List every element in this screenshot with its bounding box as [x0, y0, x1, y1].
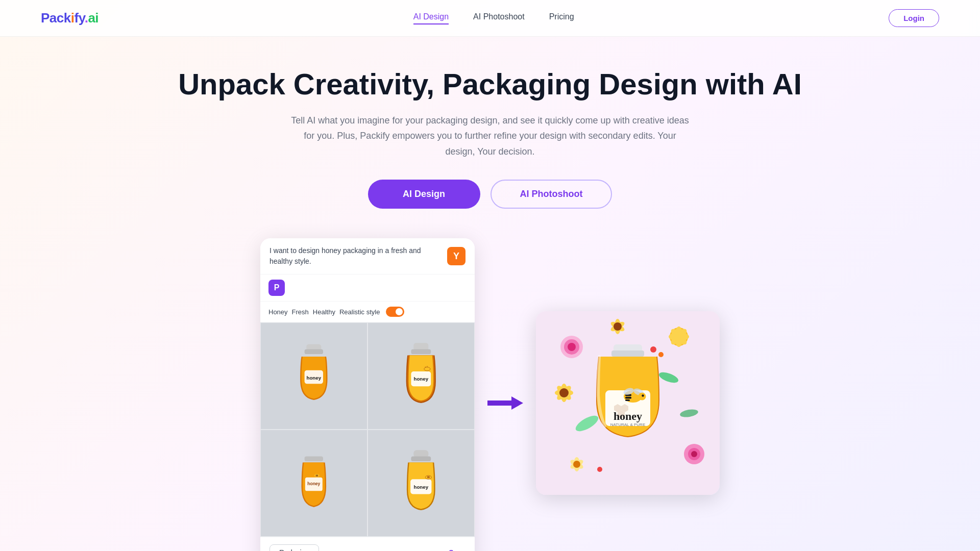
svg-text:honey: honey — [307, 375, 322, 381]
tag-honey[interactable]: Honey — [268, 308, 288, 316]
panel-header: P — [260, 274, 475, 302]
ai-photoshoot-button[interactable]: AI Photoshoot — [491, 180, 612, 209]
svg-rect-23 — [427, 477, 430, 477]
svg-text:honey: honey — [414, 376, 429, 382]
nav-pricing[interactable]: Pricing — [549, 12, 574, 24]
logo-fy: fy — [74, 10, 84, 26]
svg-point-57 — [597, 467, 602, 472]
svg-rect-16 — [316, 474, 318, 475]
svg-point-51 — [614, 322, 622, 331]
tag-toggle[interactable] — [386, 307, 404, 317]
svg-point-56 — [658, 352, 664, 357]
panel-bottom: Redesign Save — [260, 537, 475, 551]
nav-ai-design[interactable]: AI Design — [413, 12, 449, 24]
toggle-row: AI Design AI Photoshoot — [41, 180, 939, 209]
hero-title: Unpack Creativity, Packaging Design with… — [41, 67, 939, 102]
svg-rect-19 — [411, 456, 431, 461]
svg-point-55 — [650, 346, 656, 353]
svg-rect-59 — [611, 350, 644, 357]
svg-rect-1 — [305, 349, 323, 354]
prompt-avatar: Y — [447, 247, 465, 265]
svg-text:NATURAL & PURE: NATURAL & PURE — [610, 422, 645, 427]
svg-marker-25 — [487, 396, 523, 410]
grid-cell-3[interactable]: honey — [260, 430, 368, 537]
redesign-button[interactable]: Redesign — [270, 544, 319, 551]
flower-background: honey NATURAL & PURE — [536, 311, 720, 495]
tag-fresh[interactable]: Fresh — [292, 308, 309, 316]
tags-row: Honey Fresh Healthy Realistic style — [260, 302, 475, 322]
nav-links: AI Design AI Photoshoot Pricing — [413, 12, 574, 24]
logo: Packify.ai — [41, 10, 99, 26]
logo-ai: ai — [88, 10, 99, 26]
demo-area: I want to design honey packaging in a fr… — [0, 238, 980, 551]
hero-subtitle: Tell AI what you imagine for your packag… — [291, 113, 689, 160]
grid-cell-2[interactable]: honey — [368, 322, 475, 430]
right-image: honey NATURAL & PURE — [536, 311, 720, 495]
svg-point-43 — [691, 451, 697, 457]
login-button[interactable]: Login — [889, 9, 939, 27]
ai-design-button[interactable]: AI Design — [368, 180, 480, 209]
svg-rect-12 — [305, 456, 323, 461]
svg-point-8 — [424, 367, 430, 370]
arrow-icon — [485, 390, 526, 416]
logo-pack: Pack — [41, 10, 71, 26]
product-image: honey NATURAL & PURE — [536, 311, 720, 495]
svg-point-40 — [568, 343, 576, 351]
svg-point-37 — [559, 388, 569, 397]
arrow-area — [475, 390, 536, 416]
navbar: Packify.ai AI Design AI Photoshoot Prici… — [0, 0, 980, 37]
svg-text:honey: honey — [308, 481, 321, 486]
svg-rect-24 — [427, 477, 430, 478]
prompt-bar: I want to design honey packaging in a fr… — [260, 238, 475, 274]
panel-logo-icon: P — [268, 280, 285, 296]
svg-rect-64 — [625, 399, 630, 401]
save-button[interactable]: Save — [449, 548, 465, 551]
grid-cell-4[interactable]: honey — [368, 430, 475, 537]
svg-text:honey: honey — [614, 410, 642, 422]
tag-realistic[interactable]: Realistic style — [339, 308, 380, 316]
svg-point-68 — [642, 395, 644, 397]
svg-rect-5 — [411, 349, 431, 354]
hero-section: Unpack Creativity, Packaging Design with… — [0, 37, 980, 238]
svg-rect-63 — [625, 397, 631, 399]
svg-text:honey: honey — [414, 484, 429, 489]
tag-healthy[interactable]: Healthy — [313, 308, 335, 316]
svg-point-47 — [573, 461, 580, 468]
svg-rect-17 — [316, 475, 318, 476]
grid-cell-1[interactable]: honey — [260, 322, 368, 430]
nav-ai-photoshoot[interactable]: AI Photoshoot — [473, 12, 525, 24]
image-grid: honey honey — [260, 322, 475, 537]
left-panel: I want to design honey packaging in a fr… — [260, 238, 475, 551]
prompt-text: I want to design honey packaging in a fr… — [270, 245, 441, 267]
svg-point-15 — [314, 474, 320, 477]
